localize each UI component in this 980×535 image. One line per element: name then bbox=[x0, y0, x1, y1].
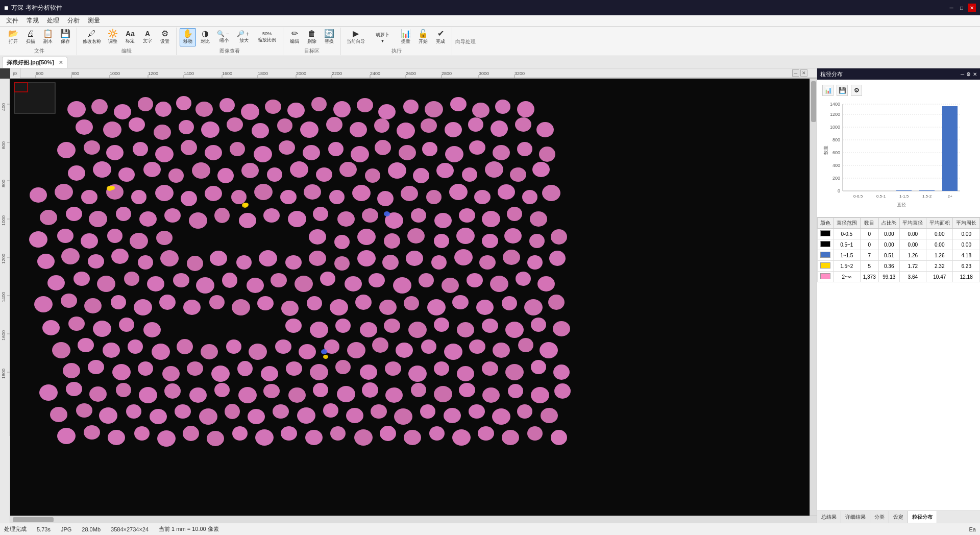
svg-point-119 bbox=[267, 167, 282, 182]
extract-button[interactable]: 📊 提量 bbox=[398, 28, 414, 46]
svg-point-278 bbox=[177, 339, 193, 354]
adjust-button[interactable]: 🔆 调整 bbox=[105, 28, 121, 46]
rename-button[interactable]: 🖊 修改名称 bbox=[80, 28, 104, 46]
svg-point-159 bbox=[189, 212, 207, 229]
crop-select[interactable]: 胡萝卜 ▼ bbox=[369, 30, 397, 45]
svg-point-229 bbox=[442, 278, 459, 293]
finish-button[interactable]: ✔ 完成 bbox=[432, 28, 449, 46]
menu-measure[interactable]: 测量 bbox=[84, 15, 104, 26]
settings-button[interactable]: ⚙ 设置 bbox=[157, 28, 173, 46]
svg-point-105 bbox=[422, 142, 437, 156]
h-scroll-thumb[interactable] bbox=[13, 517, 54, 522]
svg-point-253 bbox=[502, 296, 517, 310]
svg-point-118 bbox=[241, 163, 259, 178]
target-edit-button[interactable]: ✏ 编辑 bbox=[286, 28, 303, 46]
svg-text:2000: 2000 bbox=[296, 71, 306, 76]
contrast-button[interactable]: ◑ 对比 bbox=[197, 28, 213, 46]
minimize-button[interactable]: ─ bbox=[947, 4, 955, 12]
svg-point-150 bbox=[498, 184, 515, 200]
svg-point-224 bbox=[320, 272, 335, 286]
rpanel-tab-grain[interactable]: 粒径分布 bbox=[908, 511, 937, 523]
svg-point-180 bbox=[309, 229, 326, 245]
rpanel-tab-classify[interactable]: 分类 bbox=[870, 511, 889, 523]
target-delete-button[interactable]: 🗑 删除 bbox=[304, 28, 320, 46]
panel-close-button[interactable]: ✕ bbox=[800, 69, 807, 77]
menu-process[interactable]: 处理 bbox=[43, 15, 63, 26]
menu-file[interactable]: 文件 bbox=[2, 15, 22, 26]
svg-rect-412 bbox=[942, 106, 958, 191]
svg-point-258 bbox=[93, 321, 111, 337]
target-replace-button[interactable]: 🔄 替换 bbox=[321, 28, 337, 46]
move-button[interactable]: ✋ 移动 bbox=[180, 28, 196, 46]
toolbar-group-imgview: ✋ 移动 ◑ 对比 🔍－ 缩小 🔎＋ 放大 50% 缩放比例 图像查看 bbox=[177, 28, 283, 55]
rename-icon: 🖊 bbox=[88, 30, 96, 38]
svg-point-228 bbox=[419, 273, 434, 287]
guide-button[interactable]: ▶ 当前向导 bbox=[344, 28, 368, 46]
svg-point-207 bbox=[431, 255, 447, 270]
svg-point-161 bbox=[239, 213, 256, 228]
rpanel-tab-summary[interactable]: 总结果 bbox=[817, 511, 841, 523]
svg-point-84 bbox=[421, 118, 437, 133]
cell-avg-diam: 3.64 bbox=[899, 272, 926, 282]
svg-point-333 bbox=[482, 387, 500, 403]
zoom-out-button[interactable]: 🔍－ 缩小 bbox=[214, 29, 233, 45]
open-start-button[interactable]: 🔓 开始 bbox=[415, 28, 431, 46]
svg-point-352 bbox=[420, 404, 435, 419]
v-scrollbar[interactable] bbox=[810, 79, 817, 516]
svg-point-354 bbox=[469, 404, 485, 419]
chart-bar-icon[interactable]: 📊 bbox=[822, 85, 834, 96]
zoom-in-button[interactable]: 🔎＋ 放大 bbox=[234, 29, 253, 45]
svg-point-385 bbox=[243, 203, 249, 207]
tab-close-button[interactable]: ✕ bbox=[59, 60, 63, 65]
svg-text:2600: 2600 bbox=[406, 71, 416, 76]
svg-point-309 bbox=[434, 361, 449, 376]
svg-point-349 bbox=[346, 408, 363, 423]
svg-point-364 bbox=[207, 431, 224, 446]
svg-point-76 bbox=[227, 117, 243, 132]
color-swatch bbox=[820, 230, 830, 236]
table-row: 0-0.500.000.000.000.00 bbox=[818, 229, 980, 239]
svg-point-268 bbox=[457, 322, 474, 337]
image-viewer[interactable]: px 600 800 1000 1200 1400 1600 1800 bbox=[0, 68, 817, 523]
col-range: 直径范围 bbox=[834, 218, 860, 229]
menu-analyze[interactable]: 分析 bbox=[63, 15, 84, 26]
chart-settings-icon[interactable]: ⚙ bbox=[851, 85, 862, 96]
toolbar-group-edit: 🖊 修改名称 🔆 调整 Aa 标定 A 文字 ⚙ 设置 编辑 bbox=[77, 28, 177, 55]
canvas-area[interactable] bbox=[10, 79, 817, 523]
grain-panel-minimize[interactable]: ─ bbox=[961, 71, 964, 77]
svg-point-384 bbox=[110, 186, 115, 190]
svg-point-121 bbox=[316, 167, 332, 182]
close-button[interactable]: ✕ bbox=[968, 4, 976, 12]
rpanel-tab-settings[interactable]: 设定 bbox=[889, 511, 908, 523]
save-button[interactable]: 💾 保存 bbox=[57, 28, 74, 46]
h-scrollbar[interactable] bbox=[10, 516, 817, 523]
menu-normal[interactable]: 常规 bbox=[22, 15, 43, 26]
svg-rect-410 bbox=[919, 190, 935, 191]
calibrate-button[interactable]: Aa 标定 bbox=[122, 29, 138, 46]
svg-point-238 bbox=[134, 299, 152, 315]
grain-panel-close[interactable]: ✕ bbox=[973, 71, 977, 77]
zoom-select[interactable]: 50% 缩放比例 bbox=[254, 29, 280, 45]
particle-display bbox=[10, 79, 817, 523]
svg-point-277 bbox=[152, 344, 170, 360]
image-tab-active[interactable]: 择粮好图.jpg[50%] ✕ bbox=[2, 57, 67, 68]
open-button[interactable]: 📂 打开 bbox=[5, 28, 21, 46]
copy-button[interactable]: 📋 副本 bbox=[40, 28, 56, 46]
svg-point-71 bbox=[103, 121, 121, 138]
svg-point-218 bbox=[173, 273, 189, 287]
v-scroll-thumb[interactable] bbox=[811, 81, 816, 122]
svg-point-372 bbox=[404, 430, 421, 445]
svg-point-383 bbox=[323, 355, 328, 359]
restore-button[interactable]: □ bbox=[958, 4, 966, 12]
scan-button[interactable]: 🖨 扫描 bbox=[22, 28, 39, 46]
color-swatch bbox=[820, 241, 830, 247]
svg-point-269 bbox=[482, 319, 498, 333]
text-button[interactable]: A 文字 bbox=[139, 29, 156, 46]
svg-point-138 bbox=[205, 186, 222, 201]
svg-point-198 bbox=[210, 251, 227, 266]
panel-pin-button[interactable]: ─ bbox=[792, 69, 799, 77]
svg-point-89 bbox=[536, 122, 554, 137]
chart-save-icon[interactable]: 💾 bbox=[837, 85, 848, 96]
rpanel-tab-detail[interactable]: 详细结果 bbox=[841, 511, 870, 523]
grain-panel-settings[interactable]: ⚙ bbox=[966, 71, 971, 77]
